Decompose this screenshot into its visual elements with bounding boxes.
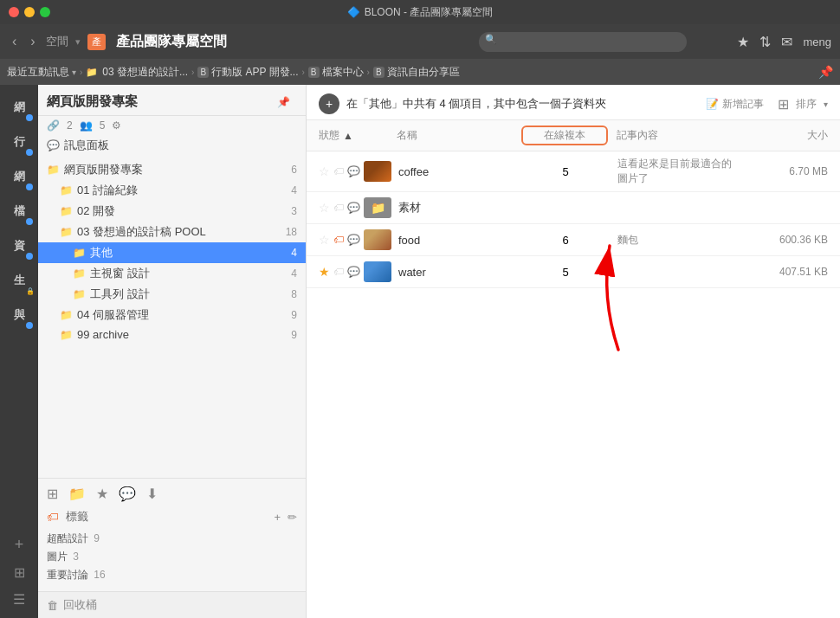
row-icons-0: ☆ 🏷 💬 (319, 164, 360, 178)
breadcrumb-item-2[interactable]: B 行動版 APP 開發... (197, 65, 298, 80)
back-button[interactable]: ‹ (9, 32, 20, 51)
comment-icon-3[interactable]: 💬 (347, 266, 360, 278)
star-icon-2[interactable]: ☆ (319, 233, 330, 247)
sidebar-item-life[interactable]: 生 🔒 (3, 265, 35, 296)
settings-icon[interactable]: ⚙ (112, 119, 121, 132)
tag-item-0[interactable]: 超酷設計 9 (47, 530, 297, 548)
tree-item-2[interactable]: 📁 02 開發 3 (38, 201, 306, 222)
col-header-status[interactable]: 狀態 ▲ (319, 128, 397, 143)
pin-icon[interactable]: 📌 (818, 65, 833, 79)
new-note-button[interactable]: 📝 新增記事 (699, 94, 771, 114)
view-grid-icon[interactable]: ⊞ (778, 96, 789, 113)
tag-item-2[interactable]: 重要討論 16 (47, 566, 297, 584)
table-row[interactable]: ☆ 🏷 💬 food 6 麵包 600.36 KB (307, 224, 840, 256)
tree-item-5[interactable]: 📁 主視窗 設計 4 (38, 263, 306, 284)
tag-icon-3[interactable]: 🏷 (333, 266, 344, 278)
tree-item-7[interactable]: 📁 04 伺服器管理 9 (38, 305, 306, 325)
table-row[interactable]: ☆ 🏷 💬 coffee 5 這看起來是目前最適合的圖片了 6.70 MB (307, 151, 840, 192)
trash-row[interactable]: 🗑 回收桶 (38, 591, 306, 618)
tag-label-0: 超酷設計 (47, 532, 88, 544)
tree-count-4: 4 (280, 247, 297, 259)
search-input[interactable] (479, 32, 687, 52)
tree-label-6: 工具列 設計 (90, 286, 280, 302)
user-account[interactable]: meng (803, 35, 831, 48)
minimize-button[interactable] (24, 7, 35, 17)
tag-icon-2[interactable]: 🏷 (333, 234, 344, 246)
tags-header: 🏷 標籤 + ✏ (47, 509, 297, 525)
add-item-button[interactable]: + (319, 93, 339, 114)
breadcrumb-item-1[interactable]: 📁 03 發想過的設計... (86, 65, 188, 80)
space-dropdown[interactable]: 空間 (46, 34, 68, 49)
add-space-icon[interactable]: + (15, 536, 24, 554)
sidebar-item-file[interactable]: 檔 (3, 196, 35, 227)
table-row[interactable]: ★ 🏷 💬 water 5 407.51 KB (307, 256, 840, 288)
status-col-label: 狀態 (319, 128, 339, 143)
bc-separator-2: › (302, 68, 305, 77)
tree-item-1[interactable]: 📁 01 討論紀錄 4 (38, 180, 306, 201)
notes-col-label: 記事內容 (617, 129, 658, 141)
sidebar-item-with[interactable]: 與 (3, 299, 35, 331)
sidebar-item-mobile[interactable]: 行 (3, 126, 35, 158)
tree-item-4[interactable]: 📁 其他 4 (38, 242, 306, 263)
tree-item-0[interactable]: 📁 網頁版開發專案 6 (38, 159, 306, 180)
grid-icon[interactable]: ⊞ (14, 564, 25, 581)
folder-icon-3: 📁 (60, 226, 73, 238)
breadcrumb-dropdown-0[interactable]: ▾ (72, 68, 76, 77)
pin-panel-icon[interactable]: 📌 (277, 96, 290, 108)
message-board-item[interactable]: 💬 訊息面板 (38, 135, 306, 156)
edit-tag-icon[interactable]: ✏ (288, 511, 297, 524)
file-name-2: food (398, 234, 522, 247)
breadcrumb-item-3[interactable]: B 檔案中心 (308, 65, 364, 80)
file-table: ☆ 🏷 💬 coffee 5 這看起來是目前最適合的圖片了 6.70 MB ☆ … (307, 151, 840, 618)
star-tool[interactable]: ★ (96, 486, 108, 502)
file-name-1: 素材 (398, 200, 522, 216)
space-dropdown-arrow[interactable]: ▾ (75, 36, 81, 48)
col-header-notes[interactable]: 記事內容 (608, 128, 741, 143)
sidebar-item-web2[interactable]: 網 (3, 161, 35, 192)
forward-button[interactable]: › (27, 32, 38, 51)
col-header-name[interactable]: 名稱 (397, 128, 521, 143)
sort-label[interactable]: 排序 (796, 97, 817, 112)
tree-item-3[interactable]: 📁 03 發想過的設計稿 POOL 18 (38, 222, 306, 242)
tree-item-8[interactable]: 📁 99 archive 9 (38, 325, 306, 344)
sidebar-item-web[interactable]: 網 (3, 92, 35, 123)
sort-dropdown-icon[interactable]: ▾ (824, 100, 828, 109)
sidebar-item-info[interactable]: 資 (3, 230, 35, 261)
tags-actions: + ✏ (274, 511, 297, 524)
tag-icon-1[interactable]: 🏷 (333, 202, 344, 214)
list-icon[interactable]: ☰ (13, 591, 25, 608)
maximize-button[interactable] (40, 7, 50, 17)
star-icon-0[interactable]: ☆ (319, 164, 330, 178)
mail-icon[interactable]: ✉ (781, 34, 792, 50)
breadcrumb-item-4[interactable]: B 資訊自由分享區 (373, 65, 460, 80)
grid-tool[interactable]: ⊞ (47, 486, 58, 502)
comment-tool[interactable]: 💬 (119, 486, 136, 502)
breadcrumb-label-4: 資訊自由分享區 (387, 65, 460, 80)
comment-icon-1[interactable]: 💬 (347, 202, 360, 214)
breadcrumb-bar: 最近互動訊息 ▾ › 📁 03 發想過的設計... › B 行動版 APP 開發… (0, 59, 840, 85)
comment-icon-0[interactable]: 💬 (347, 165, 360, 177)
message-label: 訊息面板 (64, 138, 297, 153)
row-icons-1: ☆ 🏷 💬 (319, 201, 360, 215)
table-row[interactable]: ☆ 🏷 💬 📁 素材 (307, 192, 840, 224)
add-tag-icon[interactable]: + (274, 511, 281, 524)
star-icon[interactable]: ★ (737, 34, 749, 50)
tag-icon-0[interactable]: 🏷 (333, 165, 344, 177)
sort-icon[interactable]: ⇅ (759, 34, 771, 50)
sidebar-dot-web (26, 114, 33, 121)
file-size-3: 407.51 KB (741, 266, 828, 278)
col-header-size[interactable]: 大小 (741, 128, 828, 143)
breadcrumb-item-0[interactable]: 最近互動訊息 ▾ (7, 65, 76, 80)
col-header-online[interactable]: 在線複本 (521, 126, 608, 145)
star-icon-1[interactable]: ☆ (319, 201, 330, 215)
download-tool[interactable]: ⬇ (146, 486, 158, 502)
folder-tool[interactable]: 📁 (68, 486, 86, 502)
star-icon-3[interactable]: ★ (319, 265, 330, 279)
sidebar-label-mobile: 行 (14, 134, 25, 150)
folder-icon-2: 📁 (60, 205, 73, 217)
comment-icon-2[interactable]: 💬 (347, 234, 360, 246)
tag-item-1[interactable]: 圖片 3 (47, 548, 297, 566)
close-button[interactable] (9, 7, 19, 17)
tree-item-6[interactable]: 📁 工具列 設計 8 (38, 284, 306, 305)
file-name-3: water (398, 266, 522, 279)
